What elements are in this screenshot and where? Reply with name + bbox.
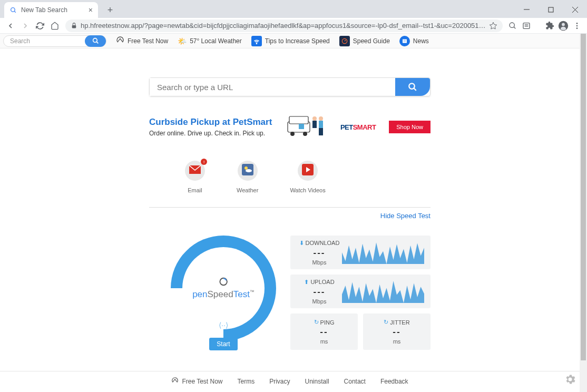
speedometer-icon bbox=[116, 36, 124, 46]
shortcut-videos[interactable]: Watch Videos bbox=[290, 161, 325, 193]
ping-metric: ↻PING -- ms bbox=[290, 313, 358, 350]
reader-icon[interactable] bbox=[520, 19, 533, 33]
notification-badge: ! bbox=[201, 159, 207, 165]
profile-button[interactable] bbox=[556, 19, 570, 33]
menu-button[interactable] bbox=[570, 19, 584, 33]
download-arrow-icon: ⬇ bbox=[299, 240, 304, 247]
lock-icon bbox=[71, 22, 77, 29]
toolbar-search-placeholder: Search bbox=[10, 37, 30, 45]
gauge-brand: penSpeedTest™ bbox=[192, 277, 255, 300]
toolbar-search[interactable]: Search bbox=[3, 35, 106, 47]
ping-icon: ↻ bbox=[314, 319, 319, 326]
weather-icon bbox=[242, 164, 253, 178]
svg-point-31 bbox=[303, 132, 307, 136]
hide-speed-test-link[interactable]: Hide Speed Test bbox=[149, 212, 431, 220]
footer-free-test-link[interactable]: Free Test Now bbox=[171, 377, 222, 386]
footer-uninstall-link[interactable]: Uninstall bbox=[305, 378, 329, 385]
svg-point-30 bbox=[290, 132, 295, 136]
svg-point-16 bbox=[576, 25, 578, 26]
svg-rect-36 bbox=[319, 121, 323, 128]
download-metric: ⬇DOWNLOAD --- Mbps bbox=[290, 236, 431, 269]
svg-point-14 bbox=[562, 23, 565, 26]
settings-gear-icon[interactable] bbox=[564, 373, 576, 388]
window-controls bbox=[514, 1, 587, 18]
footer: Free Test Now Terms Privacy Uninstall Co… bbox=[0, 371, 580, 391]
scrollbar-thumb[interactable] bbox=[581, 34, 586, 360]
maximize-button[interactable] bbox=[539, 1, 563, 18]
minimize-button[interactable] bbox=[514, 1, 539, 18]
speedometer-icon bbox=[171, 377, 179, 386]
ad-illustration bbox=[285, 111, 327, 143]
zoom-icon[interactable] bbox=[506, 19, 520, 33]
wifi-icon bbox=[251, 36, 262, 46]
svg-rect-6 bbox=[72, 25, 76, 28]
upload-chart bbox=[342, 280, 424, 303]
home-button[interactable] bbox=[47, 18, 62, 33]
ad-cta-button[interactable]: Shop Now bbox=[389, 121, 431, 133]
toolbar-weather-link[interactable]: 🌤️ 57° Local Weather bbox=[178, 37, 242, 45]
toolbar-search-button[interactable] bbox=[85, 35, 106, 47]
tab-title: New Tab Search bbox=[21, 6, 67, 14]
shortcut-weather[interactable]: Weather bbox=[237, 161, 258, 193]
ad-banner[interactable]: Curbside Pickup at PetSmart Order online… bbox=[149, 108, 431, 146]
main-search-box bbox=[149, 77, 431, 96]
svg-point-0 bbox=[11, 7, 15, 12]
svg-marker-7 bbox=[490, 22, 496, 29]
svg-point-8 bbox=[510, 23, 514, 27]
gauge-icon bbox=[339, 36, 350, 46]
svg-rect-32 bbox=[299, 124, 304, 129]
upload-metric: ⬆UPLOAD --- Mbps bbox=[290, 275, 431, 308]
svg-marker-46 bbox=[342, 281, 424, 303]
svg-point-15 bbox=[576, 23, 578, 24]
close-tab-icon[interactable]: × bbox=[89, 6, 93, 14]
svg-point-17 bbox=[576, 27, 578, 29]
footer-feedback-link[interactable]: Feedback bbox=[380, 378, 408, 385]
window-titlebar: New Tab Search × + bbox=[0, 0, 587, 18]
back-button[interactable] bbox=[3, 18, 18, 33]
shortcut-email[interactable]: ! Email bbox=[185, 161, 205, 193]
download-chart bbox=[342, 241, 424, 264]
star-icon[interactable] bbox=[489, 22, 497, 30]
svg-point-35 bbox=[319, 116, 323, 121]
svg-line-22 bbox=[345, 40, 346, 41]
start-test-button[interactable]: Start bbox=[209, 338, 237, 350]
reload-button[interactable] bbox=[33, 18, 47, 33]
email-icon bbox=[189, 165, 201, 176]
toolbar-free-test-link[interactable]: Free Test Now bbox=[116, 36, 168, 46]
speed-test-widget: penSpeedTest™ ⟨··⟩ Start ⬇DOWNLOAD --- M… bbox=[149, 236, 431, 350]
toolbar-guide-link[interactable]: Speed Guide bbox=[339, 36, 390, 46]
footer-contact-link[interactable]: Contact bbox=[344, 378, 366, 385]
video-icon bbox=[302, 164, 314, 178]
forward-button[interactable] bbox=[18, 18, 33, 33]
shortcut-label: Watch Videos bbox=[290, 187, 325, 193]
url-field[interactable]: hp.hfreetestnow.app/?page=newtab&cid=bij… bbox=[65, 19, 503, 32]
extension-toolbar: Search Free Test Now 🌤️ 57° Local Weathe… bbox=[0, 34, 587, 48]
main-search-button[interactable] bbox=[395, 78, 430, 96]
svg-point-41 bbox=[246, 169, 252, 172]
footer-privacy-link[interactable]: Privacy bbox=[269, 378, 290, 385]
extensions-button[interactable] bbox=[543, 19, 556, 33]
toolbar-news-link[interactable]: News bbox=[399, 36, 429, 46]
ad-logo: PETSMART bbox=[340, 123, 376, 131]
footer-terms-link[interactable]: Terms bbox=[238, 378, 255, 385]
ad-title: Curbside Pickup at PetSmart bbox=[149, 117, 272, 128]
svg-rect-29 bbox=[289, 116, 308, 124]
page-content: Curbside Pickup at PetSmart Order online… bbox=[0, 48, 580, 391]
svg-rect-37 bbox=[319, 128, 323, 135]
svg-point-20 bbox=[256, 43, 257, 44]
new-tab-button[interactable]: + bbox=[103, 3, 117, 17]
weather-icon: 🌤️ bbox=[178, 37, 187, 45]
shortcut-label: Weather bbox=[237, 187, 258, 193]
news-icon bbox=[399, 36, 410, 46]
svg-rect-3 bbox=[549, 7, 553, 12]
toolbar-tips-link[interactable]: Tips to Increase Speed bbox=[251, 36, 330, 46]
divider bbox=[149, 207, 431, 208]
close-window-button[interactable] bbox=[563, 1, 587, 18]
jitter-metric: ↻JITTER -- ms bbox=[363, 313, 431, 350]
main-search-input[interactable] bbox=[150, 78, 395, 96]
svg-marker-45 bbox=[342, 242, 424, 264]
browser-tab[interactable]: New Tab Search × bbox=[4, 2, 98, 18]
svg-line-27 bbox=[414, 88, 416, 91]
speed-gauge: penSpeedTest™ ⟨··⟩ bbox=[171, 236, 276, 341]
svg-line-9 bbox=[514, 27, 515, 28]
